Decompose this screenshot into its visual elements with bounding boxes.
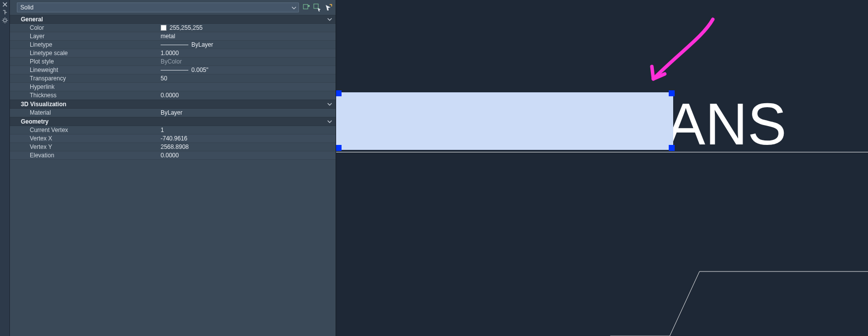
app-root: Solid General	[0, 0, 868, 336]
prop-linetype[interactable]: Linetype ByLayer	[10, 41, 336, 49]
prop-vertex-y[interactable]: Vertex Y 2568.8908	[10, 143, 336, 151]
chevron-down-icon	[327, 101, 333, 109]
prop-label: Transparency	[10, 75, 159, 82]
prop-layer[interactable]: Layer metal	[10, 32, 336, 41]
grip-handle[interactable]	[336, 90, 342, 96]
prop-value[interactable]: metal	[159, 33, 336, 40]
properties-header: Solid	[10, 0, 336, 15]
svg-rect-1	[303, 4, 308, 9]
prop-linetype-scale[interactable]: Linetype scale 1.0000	[10, 49, 336, 58]
toggle-pickadd-icon[interactable]	[302, 3, 311, 12]
properties-toolbar	[302, 3, 333, 12]
prop-material[interactable]: Material ByLayer	[10, 109, 336, 117]
object-type-label: Solid	[20, 4, 34, 11]
prop-value[interactable]: 50	[159, 75, 336, 82]
svg-rect-2	[314, 4, 318, 8]
prop-value-text: 0.005"	[191, 67, 208, 73]
panel-iconstrip	[0, 0, 10, 336]
section-geometry[interactable]: Geometry	[10, 117, 336, 126]
prop-current-vertex[interactable]: Current Vertex 1	[10, 126, 336, 134]
selected-solid[interactable]	[336, 92, 673, 150]
prop-thickness[interactable]: Thickness 0.0000	[10, 91, 336, 100]
geometry-rows: Current Vertex 1 Vertex X -740.9616 Vert…	[10, 126, 336, 160]
gear-icon[interactable]	[1, 17, 9, 24]
prop-value[interactable]: 255,255,255	[159, 24, 336, 31]
prop-value-text: 0.0000	[161, 152, 179, 159]
3dvis-rows: Material ByLayer	[10, 109, 336, 117]
prop-label: Hyperlink	[10, 83, 159, 90]
color-swatch-icon	[161, 25, 167, 31]
linetype-preview-icon	[161, 45, 188, 45]
prop-label: Linetype scale	[10, 50, 159, 57]
prop-value[interactable]: 0.0000	[159, 92, 336, 99]
prop-label: Layer	[10, 33, 159, 40]
chevron-down-icon	[327, 16, 333, 24]
prop-elevation[interactable]: Elevation 0.0000	[10, 151, 336, 160]
drawing-canvas[interactable]: ANS	[336, 0, 868, 336]
prop-value[interactable]: 2568.8908	[159, 143, 336, 150]
prop-label: Plot style	[10, 58, 159, 65]
prop-label: Vertex X	[10, 135, 159, 142]
close-icon[interactable]	[1, 1, 9, 8]
prop-value[interactable]: 1	[159, 127, 336, 134]
prop-value-text: 1.0000	[161, 50, 179, 57]
prop-value[interactable]: ByLayer	[159, 41, 336, 48]
prop-value-text: 255,255,255	[170, 24, 203, 31]
section-3d-visualization[interactable]: 3D Visualization	[10, 100, 336, 109]
pin-icon[interactable]	[1, 9, 9, 16]
prop-value[interactable]: 0.0000	[159, 152, 336, 159]
prop-label: Material	[10, 109, 159, 116]
prop-value-text: ByLayer	[161, 109, 182, 116]
prop-value[interactable]: 0.005"	[159, 67, 336, 73]
prop-label: Current Vertex	[10, 127, 159, 134]
prop-value-text: 0.0000	[161, 92, 179, 99]
chevron-down-icon	[291, 5, 296, 12]
prop-value-text: -740.9616	[161, 135, 187, 142]
grip-handle[interactable]	[669, 145, 675, 151]
prop-plot-style[interactable]: Plot style ByColor	[10, 58, 336, 66]
prop-value[interactable]: -740.9616	[159, 135, 336, 142]
canvas-polyline	[610, 267, 868, 336]
prop-value-text: ByLayer	[191, 41, 213, 48]
lineweight-preview-icon	[161, 70, 188, 70]
chevron-down-icon	[327, 119, 333, 126]
prop-value[interactable]: 1.0000	[159, 50, 336, 57]
prop-hyperlink[interactable]: Hyperlink	[10, 83, 336, 91]
prop-transparency[interactable]: Transparency 50	[10, 74, 336, 83]
prop-vertex-x[interactable]: Vertex X -740.9616	[10, 134, 336, 143]
prop-value-text: ByColor	[161, 58, 182, 65]
prop-label: Color	[10, 24, 159, 31]
canvas-text: ANS	[666, 90, 787, 158]
prop-value-text: metal	[161, 33, 175, 40]
prop-value-text: 50	[161, 75, 167, 82]
general-rows: Color 255,255,255 Layer metal Linetype B…	[10, 24, 336, 100]
grip-handle[interactable]	[669, 90, 675, 96]
section-geometry-title: Geometry	[21, 118, 49, 125]
prop-lineweight[interactable]: Lineweight 0.005"	[10, 66, 336, 74]
quick-select-icon[interactable]	[324, 3, 333, 12]
svg-point-0	[3, 19, 6, 22]
prop-label: Lineweight	[10, 67, 159, 73]
annotation-arrow-icon	[646, 17, 715, 86]
properties-panel: Solid General	[10, 0, 336, 336]
grip-handle[interactable]	[336, 145, 342, 151]
prop-label: Elevation	[10, 152, 159, 159]
object-type-dropdown[interactable]: Solid	[17, 2, 299, 12]
section-general[interactable]: General	[10, 15, 336, 24]
prop-color[interactable]: Color 255,255,255	[10, 24, 336, 32]
prop-value[interactable]: ByLayer	[159, 109, 336, 116]
section-general-title: General	[21, 16, 43, 23]
prop-value-text: 1	[161, 127, 164, 134]
canvas-line	[336, 152, 868, 152]
prop-value: ByColor	[159, 58, 336, 65]
select-objects-icon[interactable]	[313, 3, 322, 12]
prop-label: Thickness	[10, 92, 159, 99]
prop-label: Linetype	[10, 41, 159, 48]
section-3dvis-title: 3D Visualization	[21, 101, 66, 108]
prop-value-text: 2568.8908	[161, 143, 189, 150]
prop-label: Vertex Y	[10, 143, 159, 150]
